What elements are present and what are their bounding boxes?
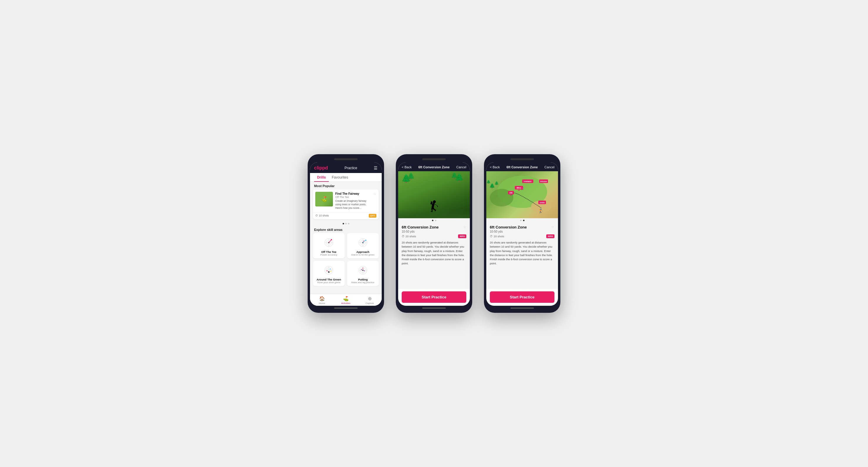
card-footer: ⏱ 10 shots OTT bbox=[313, 212, 379, 220]
nav-capture[interactable]: ⊕ Capture bbox=[358, 296, 382, 305]
drill-header-title-3: 6ft Conversion Zone bbox=[506, 165, 538, 169]
drill-thumbnail bbox=[315, 192, 333, 206]
ott-icon bbox=[321, 236, 336, 249]
dot-2 bbox=[345, 223, 347, 224]
tree-2: 🌲 bbox=[407, 172, 415, 180]
skill-name-atg: Around The Green bbox=[316, 278, 341, 281]
phone-notch bbox=[334, 158, 358, 160]
skill-desc-approach: Dial-in to hit the green bbox=[351, 254, 374, 256]
svg-point-7 bbox=[331, 239, 332, 240]
back-button-3[interactable]: < Back bbox=[490, 165, 500, 169]
svg-text:🌲: 🌲 bbox=[494, 180, 499, 186]
tag-arg-2: ARG bbox=[458, 234, 466, 238]
start-practice-button-2[interactable]: Start Practice bbox=[402, 291, 466, 303]
fav-icon-2[interactable]: ☆ bbox=[463, 225, 466, 229]
drill-header-title-2: 6ft Conversion Zone bbox=[418, 165, 450, 169]
skill-name-ott: Off The Tee bbox=[321, 250, 336, 254]
approach-icon bbox=[355, 236, 370, 249]
nav-activities-label: Activities bbox=[341, 302, 350, 305]
svg-text:Hit: Hit bbox=[509, 192, 513, 194]
capture-icon: ⊕ bbox=[368, 296, 372, 301]
drill-meta-3: ⏱ 20 shots ARG bbox=[490, 234, 555, 238]
nav-home[interactable]: 🏠 Home bbox=[310, 296, 334, 305]
skill-card-atg[interactable]: Around The Green Hone your short game bbox=[313, 261, 345, 286]
ground-shadow bbox=[398, 209, 470, 218]
home-indicator-2 bbox=[422, 307, 446, 309]
nav-activities[interactable]: ⛳ Activities bbox=[334, 296, 358, 305]
tab-favourites[interactable]: Favourites bbox=[329, 173, 351, 182]
atg-icon bbox=[321, 264, 336, 277]
app-header: clippd Practice ☰ bbox=[310, 162, 382, 173]
most-popular-label: Most Popular bbox=[310, 182, 382, 190]
svg-text:FAIRWAY: FAIRWAY bbox=[524, 180, 532, 182]
skill-name-putting: Putting bbox=[358, 278, 368, 281]
phone-1-screen: clippd Practice ☰ Drills Favourites Most… bbox=[310, 162, 382, 306]
tab-drills[interactable]: Drills bbox=[314, 173, 329, 182]
cancel-button-2[interactable]: Cancel bbox=[456, 165, 466, 169]
svg-point-23 bbox=[330, 268, 331, 269]
tag-arg-3: ARG bbox=[546, 234, 555, 238]
svg-text:🌲: 🌲 bbox=[486, 179, 491, 184]
skill-card-putting[interactable]: Putting Make and lag practice bbox=[347, 261, 379, 286]
drill-header-3: < Back 6ft Conversion Zone Cancel bbox=[486, 162, 558, 171]
svg-point-33 bbox=[363, 268, 364, 268]
carousel-dots bbox=[310, 222, 382, 226]
tree-4: 🌲 bbox=[451, 172, 458, 179]
phone-2: < Back 6ft Conversion Zone Cancel 🏌️ 🌲 🌲… bbox=[396, 154, 472, 313]
shots-meta-3: ⏱ 20 shots bbox=[490, 235, 504, 238]
skill-card-approach[interactable]: Approach Dial-in to hit the green bbox=[347, 233, 379, 259]
nav-capture-label: Capture bbox=[366, 302, 374, 305]
phone-1: clippd Practice ☰ Drills Favourites Most… bbox=[308, 154, 384, 313]
home-indicator-3 bbox=[510, 307, 534, 309]
svg-text:Miss: Miss bbox=[517, 187, 521, 189]
svg-point-31 bbox=[361, 269, 362, 270]
favourite-icon[interactable]: ☆ bbox=[373, 192, 376, 196]
phone-3: < Back 6ft Conversion Zone Cancel bbox=[484, 154, 560, 313]
img-dot-3-1 bbox=[520, 220, 522, 221]
phone-notch-2 bbox=[422, 158, 446, 160]
drill-main-title-2: 6ft Conversion Zone bbox=[402, 225, 439, 229]
shots-count: ⏱ 10 shots bbox=[315, 214, 329, 217]
svg-point-21 bbox=[328, 271, 330, 273]
skill-card-ott[interactable]: Off The Tee Power accuracy bbox=[313, 233, 345, 259]
svg-text:🏌️: 🏌️ bbox=[538, 208, 544, 213]
img-dot-2 bbox=[435, 220, 436, 221]
skill-desc-putting: Make and lag practice bbox=[351, 281, 374, 284]
drill-details-3: 6ft Conversion Zone ☆ 10-50 yds ⏱ 20 sho… bbox=[486, 222, 558, 289]
skill-desc-ott: Power accuracy bbox=[320, 254, 337, 256]
back-button-2[interactable]: < Back bbox=[402, 165, 412, 169]
putting-icon bbox=[355, 264, 370, 277]
drill-range-2: 10-50 yds bbox=[402, 230, 466, 233]
explore-label: Explore skill areas bbox=[310, 226, 382, 233]
svg-point-24 bbox=[331, 271, 332, 272]
featured-drill-card[interactable]: Find The Fairway Off The Tee Create an i… bbox=[313, 190, 379, 220]
svg-text:ROUGH: ROUGH bbox=[540, 180, 547, 182]
drill-subtitle: Off The Tee bbox=[335, 196, 371, 199]
skill-grid: Off The Tee Power accuracy bbox=[310, 233, 382, 289]
drill-main-title-3: 6ft Conversion Zone bbox=[490, 225, 527, 229]
img-dot-3-2 bbox=[523, 220, 525, 221]
bottom-nav: 🏠 Home ⛳ Activities ⊕ Capture bbox=[310, 294, 382, 306]
phone-3-screen: < Back 6ft Conversion Zone Cancel bbox=[486, 162, 558, 306]
phone-2-screen: < Back 6ft Conversion Zone Cancel 🏌️ 🌲 🌲… bbox=[398, 162, 470, 306]
drill-image-3: Miss Hit FAIRWAY ROUGH SAND 🌲 🌲 🌲 bbox=[486, 171, 558, 218]
drill-description-2: 20 shots are randomly generated at dista… bbox=[402, 240, 466, 266]
cancel-button-3[interactable]: Cancel bbox=[545, 165, 555, 169]
start-practice-button-3[interactable]: Start Practice bbox=[490, 291, 555, 303]
main-content: Most Popular Find The Fairway Off The Te… bbox=[310, 182, 382, 294]
fav-icon-3[interactable]: ☆ bbox=[551, 225, 555, 229]
svg-point-22 bbox=[327, 270, 328, 271]
menu-icon[interactable]: ☰ bbox=[374, 166, 378, 170]
drill-description-3: 20 shots are randomly generated at dista… bbox=[490, 240, 555, 266]
drill-header-2: < Back 6ft Conversion Zone Cancel bbox=[398, 162, 470, 171]
skill-desc-atg: Hone your short game bbox=[317, 281, 340, 284]
shots-clock-3: ⏱ bbox=[490, 235, 493, 238]
dot-3 bbox=[348, 223, 349, 224]
drill-tag: OTT bbox=[369, 214, 376, 218]
drill-card-inner: Find The Fairway Off The Tee Create an i… bbox=[313, 190, 379, 212]
skill-name-approach: Approach bbox=[356, 250, 369, 254]
header-title: Practice bbox=[344, 166, 357, 170]
dot-1 bbox=[343, 223, 344, 224]
svg-point-15 bbox=[364, 240, 364, 241]
shots-clock-2: ⏱ bbox=[402, 235, 405, 238]
